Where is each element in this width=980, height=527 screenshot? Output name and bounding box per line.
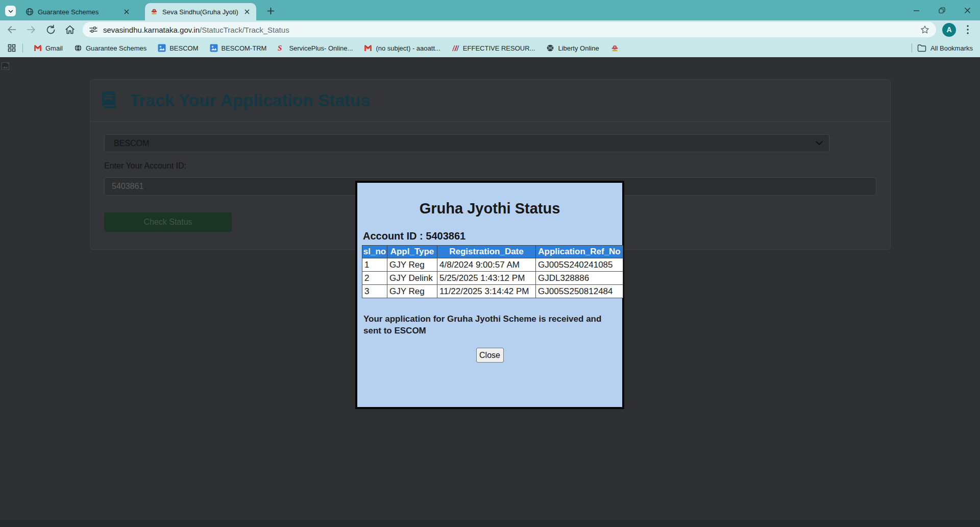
bookmark-star-icon[interactable] (920, 25, 930, 35)
status-message-line: sent to ESCOM (363, 325, 609, 337)
cell-sl-no: 2 (362, 272, 387, 285)
bookmark-effective-resour[interactable]: EFFECTIVE RESOUR... (452, 44, 535, 52)
table-header-row: sl_no Appl_Type Registration_Date Applic… (362, 246, 623, 258)
bookmark-label: ServicePlus- Online... (289, 44, 353, 52)
bookmark-label: BESCOM (169, 44, 198, 52)
cell-registration-date: 4/8/2024 9:00:57 AM (437, 258, 536, 272)
profile-avatar[interactable]: A (942, 23, 956, 37)
all-bookmarks-label: All Bookmarks (930, 44, 973, 52)
bookmark-label: EFFECTIVE RESOUR... (463, 44, 535, 52)
globe-icon (26, 8, 34, 16)
modal-account-id: Account ID : 5403861 (363, 230, 622, 242)
gruha-jyothi-status-modal: Gruha Jyothi Status Account ID : 5403861… (355, 181, 624, 409)
url-path: /StatucTrack/Track_Status (200, 26, 289, 34)
account-id-label: Enter Your Account ID: (104, 161, 186, 171)
cell-appl-type: GJY Reg (387, 258, 437, 272)
bescom-icon (158, 44, 166, 52)
reload-button[interactable] (43, 22, 58, 37)
browser-window: Guarantee Schemes Seva Sindhu(Gruha Jyot… (0, 0, 980, 527)
bookmark-bescom-trm[interactable]: BESCOM-TRM (210, 44, 267, 52)
bookmark-no-subject[interactable]: (no subject) - aaoatt... (364, 44, 440, 52)
status-table: sl_no Appl_Type Registration_Date Applic… (362, 245, 623, 298)
tab-title: Seva Sindhu(Gruha Jyoti) (162, 8, 239, 16)
bookmark-bescom[interactable]: BESCOM (158, 44, 198, 52)
col-registration-date: Registration_Date (437, 246, 536, 258)
gmail-icon (364, 44, 372, 52)
forward-button[interactable] (23, 22, 39, 37)
cell-application-ref-no: GJ005S240241085 (536, 258, 623, 272)
bookmark-label: BESCOM-TRM (222, 44, 267, 52)
book-icon (101, 90, 117, 111)
chevron-down-icon (8, 8, 14, 14)
col-appl-type: Appl_Type (387, 246, 437, 258)
col-sl-no: sl_no (362, 246, 387, 258)
bescom-icon (210, 44, 218, 52)
close-button[interactable]: Close (476, 348, 504, 363)
address-bar[interactable]: sevasindhu.karnataka.gov.in/StatucTrack/… (83, 22, 936, 37)
bookmark-guarantee-schemes[interactable]: Guarantee Schemes (74, 44, 146, 52)
url-text[interactable]: sevasindhu.karnataka.gov.in/StatucTrack/… (103, 26, 920, 34)
modal-title: Gruha Jyothi Status (357, 200, 622, 217)
check-status-button[interactable]: Check Status (104, 212, 232, 232)
tab-seva-sindhu[interactable]: Seva Sindhu(Gruha Jyoti) (145, 3, 256, 20)
globe-icon (74, 44, 82, 52)
cell-appl-type: GJY Reg (387, 285, 437, 298)
apps-grid-icon[interactable] (6, 42, 17, 54)
url-domain: sevasindhu.karnataka.gov.in (103, 26, 200, 34)
bookmark-label: Liberty Online (558, 44, 599, 52)
tab-title: Guarantee Schemes (38, 8, 118, 16)
page-viewport: Track Your Application Status BESCOM Ent… (0, 57, 980, 527)
escom-select[interactable]: BESCOM (104, 134, 829, 152)
globe-icon (546, 44, 554, 52)
cell-application-ref-no: GJ005S250812484 (536, 285, 623, 298)
broken-image-icon (2, 62, 9, 70)
cell-application-ref-no: GJDL328886 (536, 272, 623, 285)
back-button[interactable] (4, 22, 19, 37)
cell-registration-date: 5/25/2025 1:43:12 PM (437, 272, 536, 285)
bookmark-label: Guarantee Schemes (86, 44, 146, 52)
minimize-button[interactable] (903, 0, 929, 20)
tab-strip: Guarantee Schemes Seva Sindhu(Gruha Jyot… (0, 0, 980, 20)
bookmark-gmail[interactable]: Gmail (34, 44, 63, 52)
tab-close-icon[interactable] (122, 8, 131, 16)
col-application-ref-no: Application_Ref_No (536, 246, 623, 258)
cell-appl-type: GJY Delink (387, 272, 437, 285)
folder-icon (917, 44, 926, 52)
new-tab-button[interactable] (264, 5, 277, 17)
close-window-button[interactable] (954, 0, 980, 20)
cell-sl-no: 3 (362, 285, 387, 298)
cell-registration-date: 11/22/2025 3:14:42 PM (437, 285, 536, 298)
bookmark-liberty-online[interactable]: Liberty Online (546, 44, 599, 52)
browser-toolbar: sevasindhu.karnataka.gov.in/StatucTrack/… (0, 20, 980, 39)
bottom-strip (0, 520, 980, 527)
tab-guarantee-schemes[interactable]: Guarantee Schemes (20, 3, 136, 20)
bookmarks-separator (22, 43, 23, 53)
all-bookmarks[interactable]: All Bookmarks (906, 43, 973, 53)
bookmark-label: Gmail (45, 44, 63, 52)
table-row: 3 GJY Reg 11/22/2025 3:14:42 PM GJ005S25… (362, 285, 623, 298)
page-title: Track Your Application Status (130, 91, 370, 110)
tab-search-button[interactable] (5, 6, 16, 16)
bookmarks-bar: Gmail Guarantee Schemes BESCOM BESCOM-TR… (0, 39, 980, 57)
selected-escom-value: BESCOM (114, 139, 816, 148)
restore-button[interactable] (929, 0, 954, 20)
table-row: 2 GJY Delink 5/25/2025 1:43:12 PM GJDL32… (362, 272, 623, 285)
site-settings-icon[interactable] (89, 25, 98, 34)
karnataka-emblem-icon (150, 8, 158, 16)
status-message-line: Your application for Gruha Jyothi Scheme… (363, 313, 609, 325)
bookmark-serviceplus[interactable]: S ServicePlus- Online... (278, 44, 353, 52)
card-header: Track Your Application Status (90, 80, 890, 122)
bookmarks-separator (912, 43, 912, 53)
table-row: 1 GJY Reg 4/8/2024 9:00:57 AM GJ005S2402… (362, 258, 623, 272)
tab-close-icon[interactable] (243, 8, 251, 16)
status-message: Your application for Gruha Jyothi Scheme… (363, 313, 609, 337)
home-button[interactable] (62, 22, 78, 37)
account-id-value: 5403861 (112, 182, 143, 191)
svg-text:S: S (278, 44, 282, 52)
gmail-icon (34, 44, 42, 52)
bookmark-emblem[interactable] (610, 44, 619, 53)
chevron-down-icon (816, 141, 823, 146)
browser-menu-button[interactable] (961, 23, 974, 36)
serviceplus-icon: S (278, 44, 285, 52)
bookmark-label: (no subject) - aaoatt... (376, 44, 440, 52)
